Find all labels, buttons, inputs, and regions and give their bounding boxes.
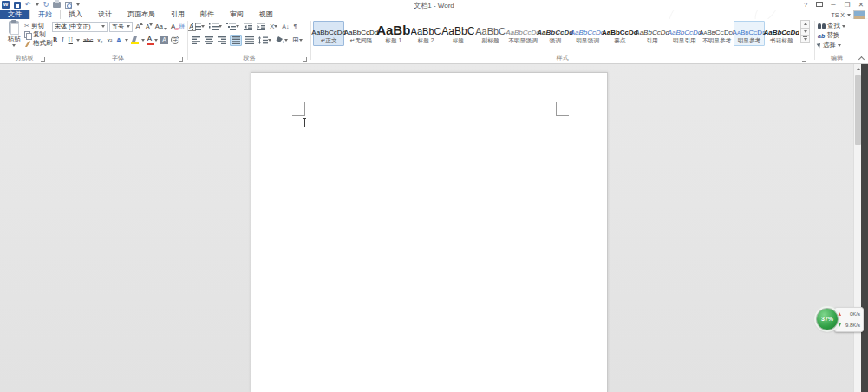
align-left-button[interactable]	[191, 36, 201, 45]
style-item-intense-quote[interactable]: AaBbCcDd明显引用	[669, 21, 700, 46]
style-item-quote[interactable]: AaBbCcDd引用	[636, 21, 668, 46]
bullets-button[interactable]	[191, 22, 206, 31]
font-color-dropdown-icon[interactable]	[154, 39, 158, 42]
restore-button[interactable]: ❐	[840, 0, 854, 10]
clipboard-dialog-launcher-icon[interactable]	[41, 57, 45, 62]
sort-button[interactable]: A↓	[281, 22, 290, 32]
style-item-strong[interactable]: AaBbCcDd要点	[604, 21, 636, 46]
style-item-subtle-emphasis[interactable]: AaBbCcDd不明显强调	[507, 21, 538, 46]
character-shading-button[interactable]: A	[160, 36, 168, 44]
style-item-subtle-reference[interactable]: AaBbCcDdI不明显参考	[702, 21, 733, 46]
text-effects-button[interactable]: A	[115, 36, 121, 44]
paste-button[interactable]: 粘贴	[3, 21, 24, 49]
ribbon-display-options-button[interactable]	[813, 0, 826, 10]
grow-font-button[interactable]: A	[134, 23, 143, 31]
change-case-dropdown-icon	[164, 28, 167, 30]
style-item-heading1[interactable]: AaBb标题 1	[378, 21, 409, 46]
justify-button[interactable]	[230, 35, 242, 46]
phonetic-guide-button[interactable]: 拼	[178, 23, 186, 31]
increase-indent-button[interactable]	[256, 22, 266, 31]
group-paragraph: X A↓ ¶	[188, 19, 310, 64]
underline-dropdown-icon[interactable]	[76, 39, 80, 42]
numbering-button[interactable]	[208, 22, 223, 31]
ribbon: 粘贴 ✂ 剪切 复制 格式刷 剪贴板 宋体 (中文正) 五号 A A	[0, 19, 868, 64]
copy-button[interactable]: 复制	[24, 30, 46, 39]
style-item-intense-emphasis[interactable]: AaBbCcDd明显强调	[571, 21, 603, 46]
tab-view[interactable]: 视图	[251, 10, 281, 19]
distribute-button[interactable]	[245, 36, 255, 45]
font-color-button[interactable]: A	[147, 35, 152, 45]
minimize-button[interactable]: ─	[826, 0, 840, 10]
document-area[interactable]	[0, 64, 864, 392]
close-button[interactable]: ✕	[854, 0, 868, 10]
asian-layout-button[interactable]: X	[269, 22, 278, 32]
paragraph-dialog-launcher-icon[interactable]	[303, 57, 307, 62]
multilevel-dropdown-icon	[236, 25, 239, 28]
enclose-characters-button[interactable]: 字	[171, 36, 179, 44]
help-button[interactable]: ?	[799, 0, 813, 10]
tab-file[interactable]: 文件	[0, 10, 29, 19]
bold-button[interactable]: B	[52, 36, 58, 44]
style-item-no-spacing[interactable]: AaBbCcDd↵无间隔	[345, 21, 376, 46]
memory-usage-ball[interactable]: 37%	[816, 308, 839, 330]
numbering-icon	[209, 23, 219, 30]
show-hide-marks-button[interactable]: ¶	[293, 22, 298, 32]
style-item-book-title[interactable]: AaBbCcDd书籍标题	[766, 21, 797, 46]
account-dropdown-icon	[847, 14, 851, 16]
borders-button[interactable]: ⊞	[291, 35, 303, 45]
style-item-emphasis[interactable]: AaBbCcDd强调	[539, 21, 571, 46]
document-page[interactable]	[251, 72, 608, 392]
tab-mailings[interactable]: 邮件	[193, 10, 222, 19]
strikethrough-button[interactable]: abc	[82, 37, 94, 43]
screen-edge	[861, 64, 868, 392]
line-spacing-dropdown-icon	[268, 39, 271, 42]
style-item-intense-reference[interactable]: AaBbCcDd明显参考	[734, 21, 765, 46]
cut-button[interactable]: ✂ 剪切	[24, 22, 44, 30]
italic-button[interactable]: I	[61, 36, 65, 44]
style-item-subtitle[interactable]: AaBbC副标题	[474, 21, 506, 46]
subscript-button[interactable]: x₂	[96, 37, 103, 43]
clear-formatting-button[interactable]: A	[170, 23, 176, 30]
font-size-combobox[interactable]: 五号	[109, 22, 133, 32]
scrollbar-thumb[interactable]	[855, 75, 861, 145]
editing-group-label: 编辑	[816, 54, 858, 62]
multilevel-list-button[interactable]	[225, 22, 240, 31]
collapse-ribbon-button[interactable]	[858, 56, 865, 61]
group-styles: AaBbCcDd↵正文 AaBbCcDd↵无间隔 AaBb标题 1 AaBbC标…	[311, 19, 813, 64]
style-item-normal[interactable]: AaBbCcDd↵正文	[313, 21, 344, 46]
window-controls: ? ─ ❐ ✕	[799, 0, 868, 10]
text-highlight-icon[interactable]	[131, 36, 139, 44]
shrink-font-button[interactable]: A	[145, 23, 153, 29]
shading-button[interactable]	[275, 36, 289, 45]
align-right-button[interactable]	[217, 36, 227, 45]
tab-insert[interactable]: 插入	[61, 10, 90, 19]
font-dialog-launcher-icon[interactable]	[179, 57, 183, 62]
select-label: 选择	[823, 41, 836, 49]
style-item-heading2[interactable]: AaBbC标题 2	[410, 21, 441, 46]
replace-button[interactable]: ab 替换	[818, 31, 839, 40]
find-button[interactable]: 查找	[818, 22, 845, 30]
tab-home[interactable]: 开始	[29, 10, 61, 19]
align-center-button[interactable]	[204, 36, 214, 45]
title-bar: W ↶ ↻ 文档1 - Word ? ─ ❐ ✕	[0, 0, 868, 10]
scrollbar-up-icon	[857, 68, 860, 70]
tab-references[interactable]: 引用	[163, 10, 193, 19]
tab-review[interactable]: 审阅	[222, 10, 251, 19]
decrease-indent-button[interactable]	[243, 22, 253, 31]
highlight-dropdown-icon[interactable]	[141, 39, 145, 42]
styles-more-button[interactable]	[800, 35, 810, 43]
line-spacing-button[interactable]	[258, 36, 272, 45]
change-case-button[interactable]: Aa	[154, 23, 168, 30]
select-button[interactable]: 选择	[818, 41, 841, 49]
vertical-scrollbar[interactable]	[853, 64, 861, 392]
group-separator	[814, 21, 815, 60]
text-effects-dropdown-icon[interactable]	[125, 39, 128, 42]
style-item-title[interactable]: AaBbC标题	[442, 21, 473, 46]
styles-dialog-launcher-icon[interactable]	[802, 57, 806, 62]
tab-page-layout[interactable]: 页面布局	[120, 10, 163, 19]
font-name-combobox[interactable]: 宋体 (中文正)	[52, 22, 108, 32]
shading-dropdown-icon	[284, 39, 288, 42]
tab-design[interactable]: 设计	[90, 10, 120, 19]
underline-button[interactable]: U	[68, 36, 74, 44]
superscript-button[interactable]: x²	[106, 37, 113, 43]
